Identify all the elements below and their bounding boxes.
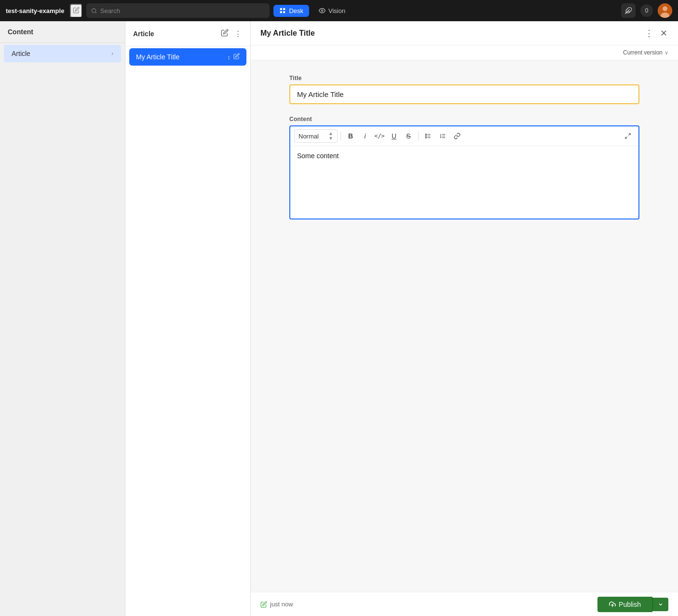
- version-label-text: Current version: [623, 49, 663, 56]
- code-icon: </>: [374, 133, 385, 139]
- expand-button[interactable]: [621, 129, 635, 143]
- plugins-button[interactable]: [621, 3, 636, 18]
- sidebar-item-article[interactable]: Article ›: [4, 45, 121, 62]
- title-field-input[interactable]: [289, 84, 639, 104]
- svg-point-16: [425, 136, 426, 137]
- svg-rect-5: [284, 11, 285, 13]
- style-selector-value: Normal: [298, 133, 319, 140]
- notification-count: 0: [645, 7, 649, 14]
- numbered-list-button[interactable]: [436, 129, 449, 143]
- article-item-label: My Article Title: [136, 53, 179, 61]
- underline-icon: U: [392, 132, 396, 140]
- title-field-label: Title: [289, 75, 639, 82]
- article-sort-icon[interactable]: ↕: [228, 54, 231, 61]
- content-field-group: Content Normal ▲ ▼ B i: [289, 116, 639, 219]
- svg-point-0: [92, 8, 96, 12]
- article-item-actions: ↕: [228, 53, 240, 61]
- doc-more-icon[interactable]: ⋮: [644, 27, 654, 40]
- footer-actions: Publish: [597, 597, 668, 612]
- avatar-image: [658, 3, 672, 18]
- version-selector[interactable]: Current version ∨: [623, 49, 668, 56]
- publish-upload-icon: [609, 601, 616, 608]
- toolbar-sep-1: [340, 131, 341, 141]
- article-panel-actions: ⋮: [220, 28, 243, 39]
- toolbar-sep-2: [418, 131, 419, 141]
- strikethrough-button[interactable]: S: [402, 129, 415, 143]
- bullet-list-icon: [425, 133, 432, 139]
- svg-rect-3: [284, 8, 285, 10]
- rich-text-editor: Normal ▲ ▼ B i </> U S: [289, 125, 639, 219]
- bold-button[interactable]: B: [344, 129, 357, 143]
- svg-point-15: [425, 134, 426, 135]
- article-panel-title: Article: [133, 30, 154, 38]
- content-field-label: Content: [289, 116, 639, 123]
- edited-icon: [260, 601, 267, 608]
- nav-right-area: 0: [621, 3, 672, 18]
- svg-point-17: [425, 137, 426, 138]
- chevron-right-icon: ›: [111, 50, 113, 57]
- doc-title: My Article Title: [260, 29, 315, 38]
- italic-icon: i: [364, 132, 366, 140]
- style-chevron-up-icon: ▲ ▼: [328, 131, 333, 141]
- footer-timestamp: just now: [260, 601, 293, 608]
- doc-header: My Article Title ⋮ ✕: [251, 21, 678, 45]
- italic-button[interactable]: i: [358, 129, 372, 143]
- richtext-toolbar: Normal ▲ ▼ B i </> U S: [290, 126, 638, 146]
- bullet-list-button[interactable]: [421, 129, 435, 143]
- version-chevron-icon: ∨: [664, 50, 668, 56]
- content-sidebar: Content Article ›: [0, 21, 125, 616]
- svg-rect-2: [280, 8, 282, 10]
- article-edit-icon[interactable]: [233, 53, 240, 61]
- vision-label: Vision: [328, 7, 345, 14]
- top-navigation: test-sanity-example Desk Vision 0: [0, 0, 678, 21]
- richtext-body[interactable]: Some content: [290, 146, 638, 219]
- edit-brand-icon[interactable]: [70, 4, 82, 18]
- article-list-item[interactable]: My Article Title ↕: [129, 48, 246, 66]
- article-more-icon[interactable]: ⋮: [233, 28, 243, 39]
- publish-chevron-down-icon: [658, 602, 664, 607]
- eye-icon: [319, 7, 325, 14]
- svg-line-22: [625, 137, 627, 138]
- search-bar[interactable]: [86, 3, 270, 18]
- timestamp-text: just now: [270, 601, 293, 608]
- strikethrough-icon: S: [406, 132, 410, 140]
- svg-point-6: [321, 10, 323, 12]
- sidebar-item-article-label: Article: [12, 50, 30, 57]
- numbered-list-icon: [439, 133, 446, 139]
- doc-close-icon[interactable]: ✕: [659, 27, 668, 40]
- code-button[interactable]: </>: [373, 129, 386, 143]
- style-selector[interactable]: Normal ▲ ▼: [294, 129, 338, 143]
- doc-footer: just now Publish: [251, 592, 678, 616]
- brand-name: test-sanity-example: [6, 7, 64, 14]
- notification-badge[interactable]: 0: [640, 4, 653, 17]
- svg-point-10: [663, 6, 667, 11]
- publish-label: Publish: [619, 601, 641, 608]
- document-editor-panel: My Article Title ⋮ ✕ Current version ∨ T…: [251, 21, 678, 616]
- publish-button[interactable]: Publish: [597, 597, 652, 612]
- content-sidebar-header: Content: [0, 21, 125, 43]
- link-button[interactable]: [450, 129, 464, 143]
- link-icon: [454, 133, 461, 139]
- vision-nav-button[interactable]: Vision: [313, 5, 351, 17]
- desk-nav-button[interactable]: Desk: [273, 5, 309, 17]
- doc-subheader: Current version ∨: [251, 45, 678, 60]
- search-input[interactable]: [100, 7, 265, 14]
- svg-line-1: [95, 12, 96, 13]
- svg-rect-4: [280, 11, 282, 13]
- expand-icon: [624, 133, 631, 139]
- desk-label: Desk: [289, 7, 303, 14]
- doc-header-actions: ⋮ ✕: [644, 27, 668, 40]
- new-article-icon[interactable]: [220, 28, 230, 39]
- search-icon: [91, 8, 97, 14]
- article-panel-header: Article ⋮: [125, 21, 250, 46]
- main-layout: Content Article › Article ⋮ My Article T…: [0, 21, 678, 616]
- publish-dropdown-button[interactable]: [652, 598, 668, 611]
- desk-icon: [279, 7, 286, 14]
- doc-content-area: Title Content Normal ▲ ▼: [251, 60, 678, 592]
- underline-button[interactable]: U: [387, 129, 401, 143]
- article-list-panel: Article ⋮ My Article Title ↕: [125, 21, 251, 616]
- title-field-group: Title: [289, 75, 639, 104]
- user-avatar[interactable]: [658, 3, 672, 18]
- content-sidebar-title: Content: [8, 28, 33, 36]
- svg-line-21: [628, 134, 630, 136]
